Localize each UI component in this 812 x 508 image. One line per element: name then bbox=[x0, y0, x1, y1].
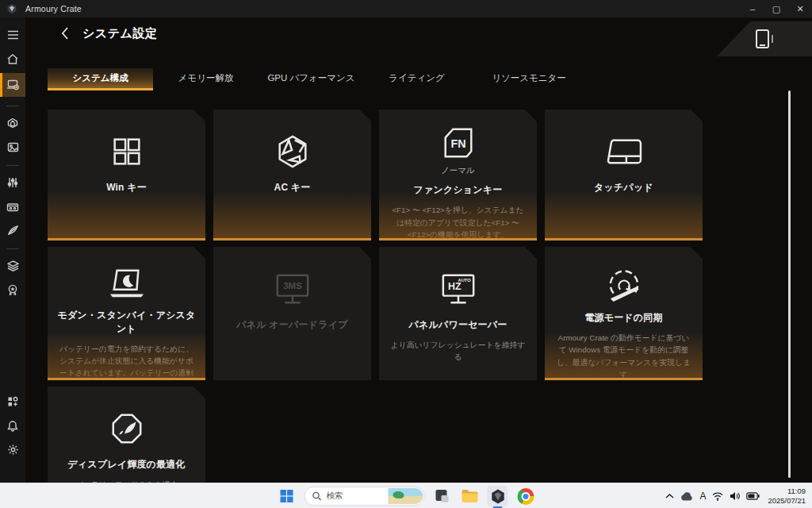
ime-mode-indicator[interactable]: A bbox=[699, 491, 706, 502]
file-explorer-button[interactable] bbox=[460, 486, 481, 506]
speaker-icon[interactable] bbox=[730, 491, 740, 501]
ac-key-icon bbox=[274, 129, 311, 174]
card-description: <F1> 〜 <F12>を押し、システムまたは特定のアプリで設定した<F1> 〜… bbox=[389, 204, 527, 241]
armoury-crate-logo-icon bbox=[6, 3, 17, 14]
sidebar-item-deals[interactable] bbox=[0, 195, 25, 217]
card-title: モダン・スタンバイ・アシスタント bbox=[57, 309, 196, 336]
panel-power-saver-icon: HZAUTO bbox=[439, 267, 478, 311]
sidebar-item-wallpaper[interactable] bbox=[0, 136, 25, 158]
card-title: タッチパッド bbox=[594, 181, 653, 194]
folder-icon bbox=[462, 489, 479, 503]
card-title: パネルパワーセーバー bbox=[409, 318, 508, 332]
tab-system-configuration[interactable]: システム構成 bbox=[48, 68, 153, 90]
page-title: システム設定 bbox=[82, 26, 157, 41]
search-placeholder: 検索 bbox=[327, 491, 343, 502]
card-title: AC キー bbox=[274, 181, 311, 194]
fn-key-icon: FN bbox=[440, 124, 477, 161]
sidebar-divider bbox=[6, 165, 19, 166]
app-shell: システム設定 システム構成 メモリー解放 GPU パフォーマンス ライティング … bbox=[0, 17, 812, 483]
settings-card-grid: Win キー AC キー FN ノーマル ファンクションキー <F1> bbox=[48, 110, 704, 483]
active-indicator bbox=[48, 191, 205, 241]
card-touchpad[interactable]: タッチパッド bbox=[545, 110, 703, 241]
minimize-button[interactable]: – bbox=[741, 0, 764, 17]
device-selector[interactable] bbox=[717, 21, 812, 56]
windows-logo-icon bbox=[280, 489, 294, 503]
sidebar-bottom-group bbox=[0, 391, 25, 483]
page-header: システム設定 bbox=[57, 25, 157, 41]
card-title: ディスプレイ輝度の最適化 bbox=[67, 458, 185, 471]
svg-text:FN: FN bbox=[450, 137, 465, 149]
tab-memory-release[interactable]: メモリー解放 bbox=[153, 68, 259, 90]
tab-resource-monitor[interactable]: リソースモニター bbox=[469, 68, 588, 90]
modern-standby-icon bbox=[107, 267, 147, 302]
chrome-button[interactable] bbox=[515, 486, 536, 506]
close-button[interactable]: ✕ bbox=[788, 0, 812, 17]
svg-text:AUTO: AUTO bbox=[458, 278, 471, 283]
wifi-icon[interactable] bbox=[712, 492, 723, 501]
card-title: ファンクションキー bbox=[413, 183, 502, 197]
search-highlight-image[interactable] bbox=[389, 488, 423, 504]
taskbar-search-input[interactable]: 検索 bbox=[304, 487, 425, 506]
card-panel-overdrive: 3MS パネル オーバードライブ bbox=[213, 247, 371, 380]
search-icon bbox=[312, 491, 322, 501]
sidebar-item-home[interactable] bbox=[0, 48, 25, 70]
card-power-mode-sync[interactable]: 電源モードの同期 Armoury Crate の動作モードに基づいて Windo… bbox=[545, 247, 703, 380]
card-display-brightness-optimization[interactable]: ディスプレイ輝度の最適化 バッテリーモードのみの場合 (Ultimate モード… bbox=[48, 387, 205, 483]
system-tray: A 11:09 2025/07/21 bbox=[665, 483, 806, 508]
app-title: Armoury Crate bbox=[25, 4, 82, 13]
card-description: バッテリーの電力を節約するために、システムが休止状態に入る機能がサポートされてい… bbox=[57, 343, 196, 380]
sidebar-item-tuning-sliders[interactable] bbox=[0, 171, 25, 194]
sidebar-item-device-settings[interactable] bbox=[0, 73, 25, 97]
sidebar-item-app-integrations[interactable] bbox=[0, 391, 25, 413]
vertical-scrollbar[interactable] bbox=[788, 90, 791, 478]
task-view-icon bbox=[435, 488, 450, 504]
card-description: Armoury Crate の動作モードに基づいて Windows 電源モードを… bbox=[554, 332, 693, 380]
card-win-key[interactable]: Win キー bbox=[48, 110, 205, 241]
taskbar-clock[interactable]: 11:09 2025/07/21 bbox=[768, 487, 806, 506]
settings-gear-icon[interactable] bbox=[0, 438, 25, 460]
window-controls: – ▢ ✕ bbox=[741, 0, 812, 17]
armoury-crate-icon bbox=[490, 489, 505, 504]
battery-icon[interactable] bbox=[746, 492, 760, 500]
maximize-button[interactable]: ▢ bbox=[764, 0, 788, 17]
armoury-crate-taskbar-button[interactable] bbox=[488, 486, 508, 506]
clock-time: 11:09 bbox=[768, 487, 806, 496]
sidebar-item-featured[interactable] bbox=[0, 279, 25, 301]
tab-bar: システム構成 メモリー解放 GPU パフォーマンス ライティング リソースモニタ… bbox=[48, 68, 588, 90]
sidebar bbox=[0, 17, 25, 483]
tray-chevron-up-icon[interactable] bbox=[665, 493, 674, 499]
card-panel-power-saver[interactable]: HZAUTO パネルパワーセーバー より高いリフレッシュレートを維持する bbox=[379, 247, 537, 380]
start-button[interactable] bbox=[277, 486, 297, 506]
tab-gpu-performance[interactable]: GPU パフォーマンス bbox=[259, 68, 364, 90]
cloud-icon[interactable] bbox=[680, 492, 693, 501]
svg-text:3MS: 3MS bbox=[283, 281, 302, 291]
task-view-button[interactable] bbox=[432, 486, 453, 506]
titlebar: Armoury Crate – ▢ ✕ bbox=[0, 0, 812, 17]
card-title: Win キー bbox=[106, 181, 147, 194]
card-function-key[interactable]: FN ノーマル ファンクションキー <F1> 〜 <F12>を押し、システムまた… bbox=[379, 110, 537, 241]
tab-lighting[interactable]: ライティング bbox=[364, 68, 469, 90]
sidebar-item-content-stack[interactable] bbox=[0, 255, 25, 277]
touchpad-icon bbox=[604, 129, 644, 174]
active-indicator bbox=[213, 191, 371, 241]
menu-icon[interactable] bbox=[0, 24, 25, 46]
back-button[interactable] bbox=[57, 25, 73, 41]
card-title: 電源モードの同期 bbox=[584, 311, 662, 325]
clock-date: 2025/07/21 bbox=[768, 496, 806, 506]
taskbar-center-icons: 検索 bbox=[277, 483, 536, 508]
card-modern-standby-assistant[interactable]: モダン・スタンバイ・アシスタント バッテリーの電力を節約するために、システムが休… bbox=[48, 247, 205, 380]
active-indicator bbox=[545, 191, 703, 241]
sidebar-divider bbox=[6, 248, 19, 249]
sidebar-divider bbox=[6, 106, 19, 106]
display-brightness-icon bbox=[109, 406, 145, 451]
chrome-icon bbox=[517, 488, 534, 505]
notifications-bell-icon[interactable] bbox=[0, 414, 25, 437]
sidebar-item-scenario-profiles[interactable] bbox=[0, 219, 25, 241]
device-phone-icon bbox=[751, 29, 778, 49]
card-subtitle: ノーマル bbox=[441, 165, 475, 176]
windows-taskbar: 検索 A bbox=[0, 483, 812, 508]
sidebar-item-aura-sync[interactable] bbox=[0, 112, 25, 134]
main-content: システム設定 システム構成 メモリー解放 GPU パフォーマンス ライティング … bbox=[25, 17, 812, 483]
power-mode-sync-icon bbox=[605, 267, 643, 304]
card-ac-key[interactable]: AC キー bbox=[213, 110, 371, 241]
